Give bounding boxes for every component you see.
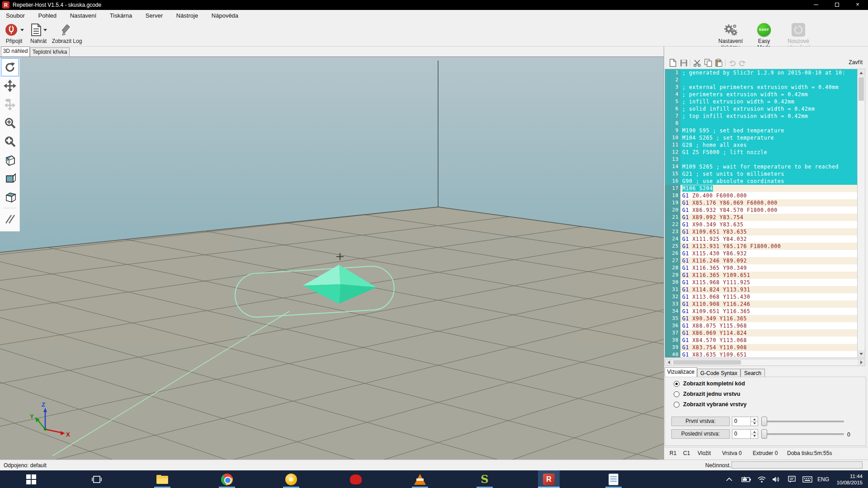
redo-button[interactable] — [738, 58, 747, 67]
code-line[interactable]: 15G21 ; set units to millimeters — [665, 170, 857, 178]
code-line[interactable]: 23G1 X109.651 Y83.635 — [665, 228, 857, 235]
code-line[interactable]: 32G1 X113.068 Y115.430 — [665, 293, 857, 300]
menu-nastaveni[interactable]: Nastavení — [64, 10, 103, 21]
code-line[interactable]: 9M190 S95 ; set bed temperature — [665, 127, 857, 134]
code-line[interactable]: 36G1 X88.075 Y115.968 — [665, 322, 857, 329]
code-line[interactable]: 26G1 X115.430 Y86.932 — [665, 250, 857, 257]
code-line[interactable]: 16G90 ; use absolute coordinates — [665, 178, 857, 185]
first-layer-slider[interactable] — [761, 417, 844, 426]
code-line[interactable]: 3; external perimeters extrusion width =… — [665, 84, 857, 91]
code-line[interactable]: 29G1 X116.365 Y109.651 — [665, 272, 857, 279]
load-dropdown-icon[interactable] — [43, 29, 47, 31]
code-line[interactable]: 25G1 X113.931 Y85.176 F1800.000 — [665, 243, 857, 250]
code-line[interactable]: 6; solid infill extrusion width = 0.42mm — [665, 105, 857, 113]
code-line[interactable]: 8 — [665, 120, 857, 127]
code-line[interactable]: 4; perimeters extrusion width = 0.42mm — [665, 91, 857, 98]
menu-soubor[interactable]: Soubor — [0, 10, 31, 21]
wifi-indicator[interactable] — [755, 470, 769, 488]
scroll-down-button[interactable] — [858, 350, 865, 357]
front-view-button[interactable] — [1, 169, 19, 188]
new-gcode-button[interactable] — [668, 58, 677, 67]
clock[interactable]: 11:44 10/08/2015 — [826, 470, 863, 488]
repetier-host-button[interactable]: R — [538, 470, 560, 488]
editor-vertical-scrollbar[interactable] — [857, 69, 865, 358]
last-layer-slider[interactable] — [761, 429, 844, 439]
code-line[interactable]: 2 — [665, 76, 857, 84]
code-line[interactable]: 30G1 X115.968 Y111.925 — [665, 279, 857, 286]
code-line[interactable]: 19G1 X85.176 Y86.069 F6000.000 — [665, 199, 857, 206]
cut-button[interactable] — [693, 58, 702, 67]
minimize-button[interactable] — [806, 0, 826, 10]
zoom-in-button[interactable] — [1, 114, 19, 132]
menu-tiskarna[interactable]: Tiskárna — [104, 10, 138, 21]
code-line[interactable]: 13 — [665, 156, 857, 163]
battery-indicator[interactable] — [740, 470, 753, 488]
code-line[interactable]: 31G1 X114.824 Y113.931 — [665, 286, 857, 293]
move-viewpoint-button[interactable] — [1, 95, 19, 113]
code-line[interactable]: 33G1 X110.908 Y116.246 — [665, 300, 857, 308]
file-explorer-button[interactable] — [151, 470, 173, 488]
gcode-editor[interactable]: 1; generated by Slic3r 1.2.9 on 2015-08-… — [665, 69, 857, 358]
code-line[interactable]: 21G1 X89.092 Y83.754 — [665, 214, 857, 221]
vscroll-thumb[interactable] — [859, 77, 864, 101]
close-editor-button[interactable]: Zavřít — [849, 59, 863, 66]
radio-show-complete-code[interactable]: Zobrazit kompletní kód — [674, 380, 745, 387]
save-gcode-button[interactable] — [679, 58, 688, 67]
spinner-buttons[interactable] — [750, 417, 758, 426]
slider-thumb[interactable] — [761, 417, 767, 426]
tab-search[interactable]: Search — [741, 369, 765, 378]
code-line[interactable]: 27G1 X116.246 Y89.092 — [665, 257, 857, 264]
tab-3d-preview[interactable]: 3D náhled — [1, 47, 30, 56]
tab-temp-curve[interactable]: Teplotní křivka — [30, 47, 70, 56]
scroll-up-button[interactable] — [858, 69, 865, 76]
code-line[interactable]: 38G1 X84.570 Y113.068 — [665, 337, 857, 344]
code-line[interactable]: 20G1 X86.932 Y84.570 F1800.000 — [665, 206, 857, 214]
tray-expand-button[interactable] — [722, 470, 736, 488]
isometric-view-button[interactable] — [1, 151, 19, 169]
code-line[interactable]: 5; infill extrusion width = 0.42mm — [665, 98, 857, 105]
show-log-button[interactable]: Zobrazit Log — [51, 22, 83, 44]
menu-napoveda[interactable]: Nápověda — [206, 10, 244, 21]
code-line[interactable]: 17M106 S204 — [665, 185, 857, 192]
connect-button[interactable]: Připojit — [1, 22, 27, 44]
slider-thumb[interactable] — [761, 429, 767, 439]
red-app-button[interactable] — [345, 470, 367, 488]
undo-button[interactable] — [728, 58, 737, 67]
rotate-view-button[interactable] — [1, 58, 19, 76]
menu-server[interactable]: Server — [140, 10, 169, 21]
paste-button[interactable] — [714, 58, 723, 67]
volume-indicator[interactable] — [769, 470, 783, 488]
menu-nastroje[interactable]: Nástroje — [170, 10, 204, 21]
code-line[interactable]: 40G1 X83.635 Y109.651 — [665, 351, 857, 358]
code-line[interactable]: 37G1 X86.069 Y114.824 — [665, 329, 857, 337]
code-line[interactable]: 22G1 X90.349 Y83.635 — [665, 221, 857, 228]
copy-button[interactable] — [703, 58, 712, 67]
code-line[interactable]: 10M104 S265 ; set temperature — [665, 134, 857, 141]
chrome-button[interactable] — [216, 470, 238, 488]
vlc-button[interactable] — [409, 470, 431, 488]
scroll-left-button[interactable] — [665, 359, 672, 366]
maximize-button[interactable] — [826, 0, 847, 10]
code-line[interactable]: 39G1 X83.754 Y110.908 — [665, 344, 857, 351]
first-layer-spinner[interactable]: 0 — [732, 417, 758, 426]
parallel-projection-button[interactable] — [1, 210, 19, 228]
radio-show-selected-layers[interactable]: Zobrazit vybrané vrstvy — [674, 401, 746, 408]
code-line[interactable]: 11G28 ; home all axes — [665, 141, 857, 149]
code-line[interactable]: 12G1 Z5 F5000 ; lift nozzle — [665, 149, 857, 156]
last-layer-button[interactable]: Poslední vrstva: — [671, 429, 730, 439]
zoom-fit-button[interactable] — [1, 132, 19, 150]
chrome-canary-button[interactable] — [280, 470, 302, 488]
code-line[interactable]: 24G1 X111.925 Y84.032 — [665, 235, 857, 243]
load-button[interactable]: Nahrát — [26, 22, 51, 44]
hscroll-thumb[interactable] — [673, 360, 741, 365]
slicer-app-button[interactable]: S — [474, 470, 495, 488]
close-button[interactable]: × — [847, 0, 868, 10]
connect-dropdown-icon[interactable] — [20, 29, 24, 31]
editor-horizontal-scrollbar[interactable] — [665, 359, 865, 366]
touch-keyboard-button[interactable] — [800, 470, 815, 488]
first-layer-button[interactable]: První vrstva: — [671, 417, 730, 426]
start-button[interactable] — [20, 470, 42, 488]
code-line[interactable]: 28G1 X116.365 Y90.349 — [665, 264, 857, 272]
3d-viewport[interactable]: Z X Y — [0, 56, 664, 460]
action-center-button[interactable] — [785, 470, 798, 488]
